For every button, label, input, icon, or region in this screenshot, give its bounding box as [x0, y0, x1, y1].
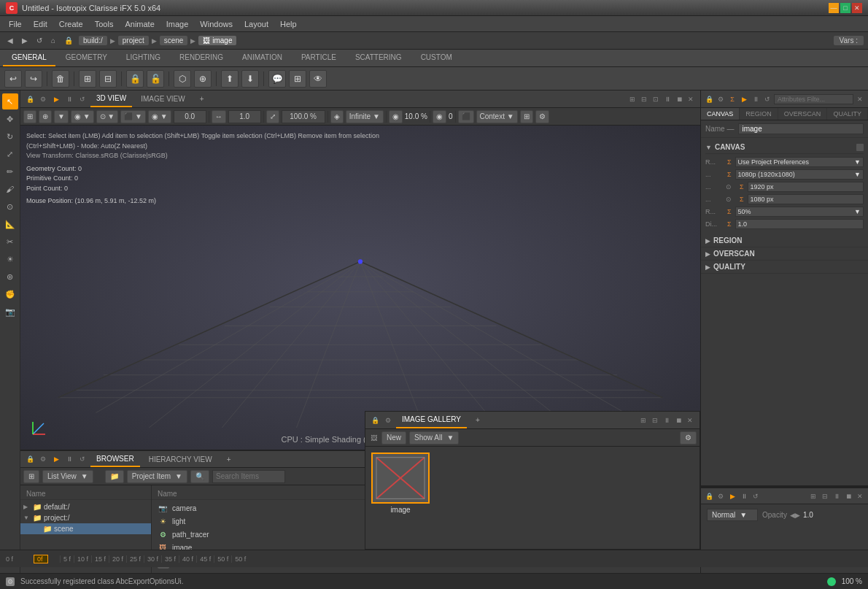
width-input[interactable] [748, 182, 864, 192]
tool-rotate[interactable]: ↻ [2, 128, 18, 145]
tab-browser-add[interactable]: + [221, 451, 237, 467]
vt-color-btn[interactable]: ⬛ ▼ [120, 110, 146, 123]
dither-input[interactable] [735, 219, 864, 229]
overscan-header[interactable]: ▶ OVERSCAN [705, 250, 864, 258]
preset-dropdown[interactable]: 1080p (1920x1080) ▼ [735, 169, 864, 180]
grid-toggle[interactable]: ⊞ [79, 70, 96, 88]
vt-arrow-btn[interactable]: ↔ [212, 110, 226, 123]
panel-pause2-icon[interactable]: ⏸ [662, 94, 673, 104]
nav-lock[interactable]: 🔒 [61, 36, 76, 45]
layout-toggle[interactable]: ⊟ [99, 70, 117, 88]
tab-image-gallery[interactable]: IMAGE GALLERY [396, 412, 467, 428]
tree-item-default[interactable]: ▶ 📁 default:/ [20, 501, 151, 512]
browser-play[interactable]: ▶ [51, 454, 61, 464]
upload-button[interactable]: ⬆ [221, 70, 239, 88]
quality-tab[interactable]: QUALITY [827, 108, 868, 120]
panel-refresh-icon[interactable]: ↺ [77, 94, 88, 104]
rp-play[interactable]: ▶ [739, 94, 749, 104]
gallery-item-image[interactable]: image [371, 453, 430, 514]
menu-edit[interactable]: Edit [28, 16, 53, 31]
gallery-close[interactable]: ✕ [685, 415, 695, 426]
vt-extra-btn[interactable]: ⊞ [520, 110, 533, 123]
search-input[interactable] [212, 470, 285, 483]
transform-button[interactable]: ⊕ [194, 70, 212, 88]
gallery-grid1[interactable]: ⊞ [638, 415, 648, 426]
tab-3d-view[interactable]: 3D VIEW [90, 91, 132, 107]
cube-button[interactable]: ⬡ [174, 70, 191, 88]
panel-lock-icon[interactable]: 🔒 [25, 94, 35, 104]
menu-layout[interactable]: Layout [239, 16, 274, 31]
undo-button[interactable]: ↩ [4, 70, 22, 88]
rp-sigma[interactable]: Σ [727, 94, 737, 104]
tab-general[interactable]: GENERAL [3, 50, 55, 66]
close-button[interactable]: ✕ [852, 3, 862, 13]
rb-grid2[interactable]: ⊟ [820, 491, 830, 501]
quality-header[interactable]: ▶ QUALITY [705, 263, 864, 271]
browser-folder-btn[interactable]: 📁 [105, 470, 124, 483]
height-input[interactable] [748, 194, 864, 204]
tab-scattering[interactable]: SCATTERING [346, 50, 411, 66]
status-gear-icon[interactable]: ⚙ [6, 577, 15, 586]
tree-item-scene[interactable]: 📁 scene [20, 523, 151, 534]
tab-geometry[interactable]: GEOMETRY [57, 50, 116, 66]
redo-button[interactable]: ↪ [25, 70, 42, 88]
vt-settings-btn[interactable]: ⚙ [535, 110, 549, 123]
tab-rendering[interactable]: RENDERING [171, 50, 232, 66]
rb-pause[interactable]: ⏸ [739, 491, 749, 501]
tool-pen[interactable]: ✏ [2, 163, 18, 180]
unlock-button[interactable]: 🔓 [147, 70, 164, 88]
browser-listview-btn[interactable]: List View ▼ [42, 470, 93, 483]
menu-tools[interactable]: Tools [89, 16, 120, 31]
rp-lock[interactable]: 🔒 [704, 94, 714, 104]
tool-move[interactable]: ✥ [2, 111, 18, 127]
rp-close[interactable]: ✕ [855, 94, 865, 104]
vt-view-mode-btn[interactable]: ◉ ▼ [71, 110, 94, 123]
menu-windows[interactable]: Windows [194, 16, 239, 31]
region-tab[interactable]: REGION [740, 108, 778, 120]
gallery-new-btn[interactable]: New [381, 431, 406, 444]
overscan-tab[interactable]: OVERSCAN [778, 108, 828, 120]
tool-eyedropper[interactable]: ⊙ [2, 199, 18, 215]
tab-image-view[interactable]: IMAGE VIEW [135, 91, 191, 107]
gallery-pause[interactable]: ⏸ [662, 415, 672, 426]
tab-add-view[interactable]: + [194, 91, 210, 107]
rb-close[interactable]: ✕ [855, 491, 865, 501]
vt-context-btn[interactable]: Context ▼ [476, 110, 518, 123]
gallery-grid2[interactable]: ⊟ [650, 415, 660, 426]
breadcrumb-image[interactable]: 🖼 image [198, 36, 236, 45]
layout-2-icon[interactable]: ⊟ [639, 94, 649, 104]
tool-scale[interactable]: ⤢ [2, 146, 18, 162]
breadcrumb-build[interactable]: build:/ [79, 36, 107, 45]
maximize-button[interactable]: □ [840, 3, 850, 13]
layout-3-icon[interactable]: ⊡ [651, 94, 661, 104]
rb-lock[interactable]: 🔒 [704, 491, 714, 501]
tool-paint[interactable]: 🖌 [2, 181, 18, 197]
lock-button[interactable]: 🔒 [126, 70, 144, 88]
canvas-tab[interactable]: CANVAS [701, 108, 740, 120]
breadcrumb-scene[interactable]: scene [160, 36, 188, 45]
vt-scale-input[interactable] [228, 110, 261, 123]
rb-settings[interactable]: ⚙ [716, 491, 726, 501]
name-input[interactable] [738, 123, 864, 134]
tool-cut[interactable]: ✂ [2, 234, 18, 250]
vt-size-btn[interactable]: ⤢ [266, 110, 279, 123]
rb-refresh[interactable]: ↺ [751, 491, 761, 501]
rp-refresh[interactable]: ↺ [762, 94, 772, 104]
minimize-button[interactable]: — [829, 3, 839, 13]
menu-image[interactable]: Image [160, 16, 195, 31]
browser-refresh[interactable]: ↺ [77, 454, 88, 464]
vt-camera-btn[interactable]: ◉ ▼ [148, 110, 171, 123]
browser-settings[interactable]: ⚙ [38, 454, 48, 464]
gallery-add-tab[interactable]: + [470, 412, 486, 428]
vt-origin-btn[interactable]: ◈ [330, 110, 344, 123]
rb-stop[interactable]: ⏹ [843, 491, 853, 501]
rp-settings[interactable]: ⚙ [716, 94, 726, 104]
nav-forward[interactable]: ▶ [19, 36, 31, 45]
vt-fog-btn[interactable]: ⬛ [458, 110, 474, 123]
tab-animation[interactable]: ANIMATION [233, 50, 291, 66]
tool-magnet[interactable]: ⊛ [2, 269, 18, 285]
gallery-stop[interactable]: ⏹ [673, 415, 683, 426]
layout-1-icon[interactable]: ⊞ [627, 94, 638, 104]
rb-play[interactable]: ▶ [727, 491, 737, 501]
tool-light[interactable]: ☀ [2, 251, 18, 267]
